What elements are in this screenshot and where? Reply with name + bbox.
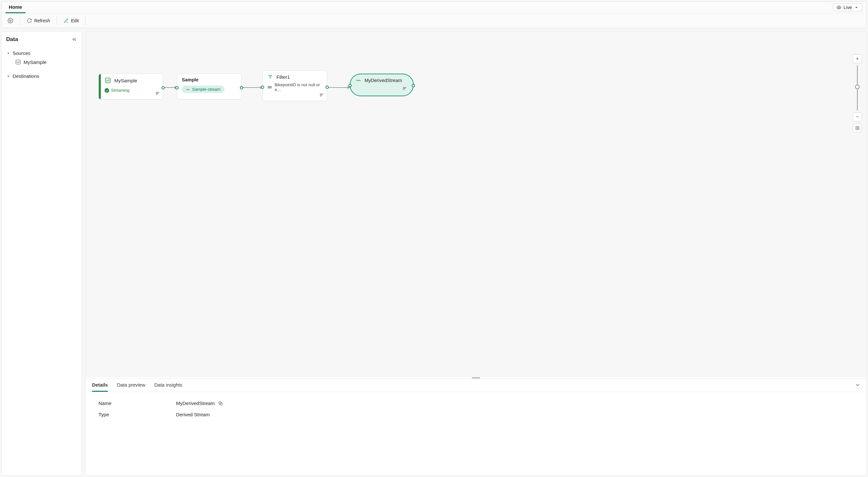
ribbon-separator (20, 16, 20, 25)
zoom-toolbar: + − (853, 54, 862, 132)
refresh-button[interactable]: Refresh (24, 17, 53, 25)
ribbon-separator (85, 16, 86, 25)
barchart-icon (104, 77, 111, 84)
svg-rect-7 (269, 86, 270, 88)
detail-value-name: MyDerivedStream (176, 400, 215, 406)
details-body: Name MyDerivedStream Type Derived Stream (86, 392, 866, 426)
svg-rect-4 (857, 127, 858, 128)
refresh-icon (27, 18, 32, 24)
zoom-slider-rail[interactable] (857, 65, 858, 111)
chevron-down-icon (6, 51, 11, 56)
connection (326, 87, 351, 88)
tree-header-destinations[interactable]: Destinations (6, 73, 77, 80)
ribbon: Refresh Edit (2, 13, 866, 28)
node-title: Filter1 (276, 74, 290, 80)
node-input-port[interactable] (175, 86, 179, 89)
tab-data-insights[interactable]: Data insights (154, 382, 182, 392)
tree-item-label: MySample (24, 59, 46, 65)
bottom-panel: Details Data preview Data insights Name … (86, 379, 866, 475)
eye-icon (836, 5, 841, 10)
edit-button[interactable]: Edit (61, 17, 82, 25)
flow-canvas[interactable]: + − MySa (86, 32, 866, 377)
svg-point-0 (838, 7, 840, 8)
node-derived-stream[interactable]: MyDerivedStream (350, 73, 414, 96)
chevron-down-icon (854, 5, 859, 10)
chevron-down-icon (6, 74, 11, 79)
column-icon (268, 85, 272, 90)
svg-rect-3 (856, 126, 859, 129)
destinations-label: Destinations (12, 73, 39, 79)
filter-expression: BikepointID is not null or e… (275, 82, 322, 92)
stream-icon (355, 78, 361, 83)
edit-label: Edit (71, 18, 79, 23)
refresh-label: Refresh (34, 18, 50, 23)
node-source-mysample[interactable]: MySample Streaming (98, 73, 163, 99)
zoom-out-button[interactable]: − (853, 112, 862, 121)
detail-label-name: Name (98, 400, 176, 406)
tree-header-sources[interactable]: Sources (6, 50, 77, 57)
node-output-port[interactable] (412, 84, 415, 87)
node-menu-icon[interactable] (319, 92, 324, 99)
tab-details[interactable]: Details (92, 382, 108, 392)
data-panel: Data Sources MySample Destinations (1, 31, 82, 476)
fit-icon (855, 126, 860, 130)
gear-icon (7, 18, 13, 24)
svg-point-1 (10, 20, 11, 22)
node-filter1[interactable]: Filter1 BikepointID is not null or e… (262, 70, 327, 101)
node-input-port[interactable] (348, 84, 352, 87)
filter-icon (268, 74, 273, 80)
node-input-port[interactable] (261, 86, 264, 89)
zoom-in-button[interactable]: + (853, 54, 862, 63)
data-panel-title: Data (6, 36, 18, 42)
stream-icon (186, 87, 190, 92)
sources-label: Sources (12, 50, 30, 56)
chip-label: Sample-stream (192, 87, 221, 92)
tab-home[interactable]: Home (5, 2, 26, 13)
topbar: Home Live Refresh (1, 1, 867, 28)
node-status: Streaming (111, 88, 129, 93)
tab-data-preview[interactable]: Data preview (117, 382, 145, 392)
detail-label-type: Type (98, 412, 176, 417)
zoom-slider-thumb[interactable] (855, 85, 860, 89)
stream-chip[interactable]: Sample-stream (182, 86, 224, 93)
svg-rect-8 (271, 86, 271, 88)
svg-rect-6 (268, 86, 269, 88)
detail-value-type: Derived Stream (176, 412, 210, 417)
barchart-icon (15, 59, 21, 65)
collapse-bottom-icon[interactable] (855, 382, 861, 388)
collapse-panel-icon[interactable] (71, 36, 77, 42)
node-output-port[interactable] (161, 86, 165, 89)
node-menu-icon[interactable] (402, 86, 407, 92)
mode-selector-live[interactable]: Live (833, 4, 863, 11)
tree-item-mysample[interactable]: MySample (6, 57, 77, 67)
copy-icon[interactable] (218, 401, 223, 406)
node-output-port[interactable] (326, 86, 329, 89)
connection (240, 87, 264, 88)
mode-selector-label: Live (843, 5, 852, 10)
node-title: MyDerivedStream (365, 78, 402, 83)
node-menu-icon[interactable] (155, 91, 160, 97)
status-ok-icon (104, 88, 109, 93)
node-title: Sample (182, 77, 237, 82)
fit-to-screen-button[interactable] (853, 123, 862, 132)
canvas-wrap: + − MySa (85, 31, 867, 476)
settings-button[interactable] (5, 17, 16, 25)
ribbon-separator (57, 16, 57, 25)
node-sample[interactable]: Sample Sample-stream (177, 73, 242, 99)
node-title: MySample (114, 78, 137, 83)
node-output-port[interactable] (240, 86, 243, 89)
edit-icon (63, 18, 69, 24)
